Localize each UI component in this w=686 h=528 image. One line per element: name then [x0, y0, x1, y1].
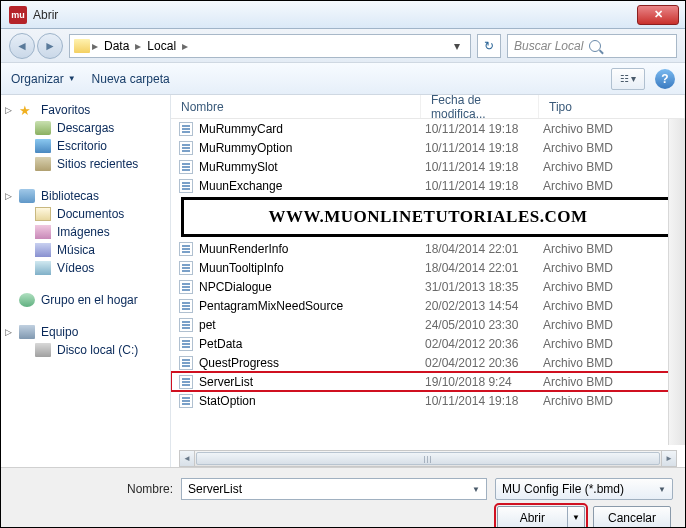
file-row[interactable]: ServerList19/10/2018 9:24Archivo BMD — [171, 372, 685, 391]
file-name: NPCDialogue — [171, 280, 421, 294]
recent-icon — [35, 157, 51, 171]
filetype-select[interactable]: MU Config File (*.bmd) ▼ — [495, 478, 673, 500]
file-type: Archivo BMD — [539, 160, 685, 174]
file-name: QuestProgress — [171, 356, 421, 370]
organize-menu[interactable]: Organizar ▼ — [11, 72, 76, 86]
video-icon — [35, 261, 51, 275]
file-type: Archivo BMD — [539, 318, 685, 332]
close-button[interactable]: ✕ — [637, 5, 679, 25]
file-row[interactable]: PentagramMixNeedSource20/02/2013 14:54Ar… — [171, 296, 685, 315]
file-type: Archivo BMD — [539, 122, 685, 136]
sidebar-item-desktop[interactable]: Escritorio — [1, 137, 170, 155]
view-mode-button[interactable]: ☷ ▾ — [611, 68, 645, 90]
file-type: Archivo BMD — [539, 179, 685, 193]
file-icon — [179, 356, 193, 370]
sidebar-item-downloads[interactable]: Descargas — [1, 119, 170, 137]
file-row[interactable]: NPCDialogue31/01/2013 18:35Archivo BMD — [171, 277, 685, 296]
file-row[interactable]: PetData02/04/2012 20:36Archivo BMD — [171, 334, 685, 353]
file-type: Archivo BMD — [539, 337, 685, 351]
toolbar: Organizar ▼ Nueva carpeta ☷ ▾ ? — [1, 63, 685, 95]
file-icon — [179, 337, 193, 351]
breadcrumb-item[interactable]: Local — [143, 39, 180, 53]
column-name[interactable]: Nombre — [171, 95, 421, 118]
file-row[interactable]: MuunRenderInfo18/04/2014 22:01Archivo BM… — [171, 239, 685, 258]
file-icon — [179, 280, 193, 294]
file-date: 18/04/2014 22:01 — [421, 261, 539, 275]
computer-icon — [19, 325, 35, 339]
file-type: Archivo BMD — [539, 261, 685, 275]
file-type: Archivo BMD — [539, 242, 685, 256]
file-row[interactable]: pet24/05/2010 23:30Archivo BMD — [171, 315, 685, 334]
file-row[interactable]: MuunTooltipInfo18/04/2014 22:01Archivo B… — [171, 258, 685, 277]
horizontal-scrollbar[interactable]: ◄ ||| ► — [179, 450, 677, 467]
file-row[interactable]: MuRummyOption10/11/2014 19:18Archivo BMD — [171, 138, 685, 157]
sidebar-head-homegroup[interactable]: Grupo en el hogar — [1, 291, 170, 309]
download-icon — [35, 121, 51, 135]
file-date: 18/04/2014 22:01 — [421, 242, 539, 256]
close-icon: ✕ — [654, 8, 663, 21]
scroll-right-button[interactable]: ► — [661, 451, 676, 466]
search-placeholder: Buscar Local — [514, 39, 583, 53]
sidebar-item-images[interactable]: Imágenes — [1, 223, 170, 241]
file-type: Archivo BMD — [539, 356, 685, 370]
images-icon — [35, 225, 51, 239]
file-row[interactable]: MuRummyCard10/11/2014 19:18Archivo BMD — [171, 119, 685, 138]
sidebar-head-favorites[interactable]: ▷★Favoritos — [1, 101, 170, 119]
file-name: MuunRenderInfo — [171, 242, 421, 256]
file-name: PetData — [171, 337, 421, 351]
sidebar-head-libraries[interactable]: ▷Bibliotecas — [1, 187, 170, 205]
file-name: MuRummyOption — [171, 141, 421, 155]
open-button[interactable]: Abrir ▼ — [497, 506, 585, 528]
star-icon: ★ — [19, 103, 35, 117]
column-date[interactable]: Fecha de modifica... — [421, 95, 539, 118]
breadcrumb-item[interactable]: Data — [100, 39, 133, 53]
file-date: 10/11/2014 19:18 — [421, 122, 539, 136]
sidebar-head-computer[interactable]: ▷Equipo — [1, 323, 170, 341]
file-icon — [179, 318, 193, 332]
file-icon — [179, 375, 193, 389]
file-icon — [179, 160, 193, 174]
filename-input[interactable]: ServerList ▼ — [181, 478, 487, 500]
file-row[interactable]: MuunExchange10/11/2014 19:18Archivo BMD — [171, 176, 685, 195]
forward-button[interactable]: ► — [37, 33, 63, 59]
scroll-thumb[interactable]: ||| — [196, 452, 660, 465]
help-button[interactable]: ? — [655, 69, 675, 89]
file-type: Archivo BMD — [539, 280, 685, 294]
file-row[interactable]: MuRummySlot10/11/2014 19:18Archivo BMD — [171, 157, 685, 176]
file-date: 10/11/2014 19:18 — [421, 141, 539, 155]
sidebar-item-music[interactable]: Música — [1, 241, 170, 259]
back-button[interactable]: ◄ — [9, 33, 35, 59]
new-folder-button[interactable]: Nueva carpeta — [92, 72, 170, 86]
file-name: ServerList — [171, 375, 421, 389]
file-icon — [179, 179, 193, 193]
file-type: Archivo BMD — [539, 375, 685, 389]
column-header: Nombre Fecha de modifica... Tipo — [171, 95, 685, 119]
file-name: MuunTooltipInfo — [171, 261, 421, 275]
file-type: Archivo BMD — [539, 299, 685, 313]
sidebar-item-videos[interactable]: Vídeos — [1, 259, 170, 277]
chevron-down-icon[interactable]: ▼ — [472, 485, 480, 494]
search-icon — [589, 40, 601, 52]
scroll-left-button[interactable]: ◄ — [180, 451, 195, 466]
file-list-area: Nombre Fecha de modifica... Tipo MuRummy… — [171, 95, 685, 467]
sidebar-item-documents[interactable]: Documentos — [1, 205, 170, 223]
chevron-down-icon[interactable]: ▾ — [448, 39, 466, 53]
filetype-value: MU Config File (*.bmd) — [502, 482, 624, 496]
breadcrumb[interactable]: ▸ Data ▸ Local ▸ ▾ — [69, 34, 471, 58]
search-input[interactable]: Buscar Local — [507, 34, 677, 58]
chevron-down-icon[interactable]: ▼ — [568, 513, 584, 522]
file-icon — [179, 299, 193, 313]
sidebar-item-disk-c[interactable]: Disco local (C:) — [1, 341, 170, 359]
file-icon — [179, 394, 193, 408]
sidebar-item-recent[interactable]: Sitios recientes — [1, 155, 170, 173]
file-row[interactable]: QuestProgress02/04/2012 20:36Archivo BMD — [171, 353, 685, 372]
refresh-button[interactable]: ↻ — [477, 34, 501, 58]
file-row[interactable]: StatOption10/11/2014 19:18Archivo BMD — [171, 391, 685, 410]
organize-label: Organizar — [11, 72, 64, 86]
file-name: PentagramMixNeedSource — [171, 299, 421, 313]
column-type[interactable]: Tipo — [539, 95, 685, 118]
file-date: 10/11/2014 19:18 — [421, 160, 539, 174]
cancel-button[interactable]: Cancelar — [593, 506, 671, 528]
vertical-scrollbar[interactable] — [668, 119, 685, 445]
chevron-down-icon[interactable]: ▼ — [658, 485, 666, 494]
